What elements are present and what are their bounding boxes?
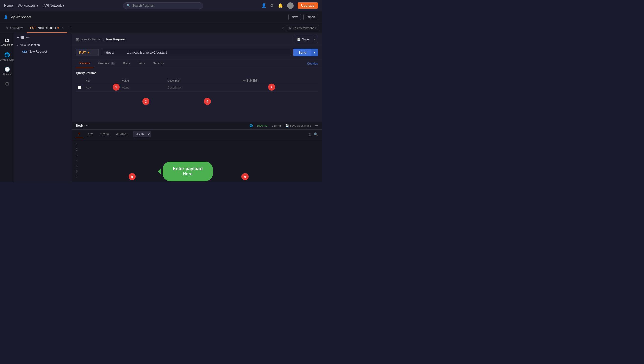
params-table: Key Value Description ••• Bulk Edit Key …: [76, 77, 318, 92]
home-link[interactable]: Home: [4, 4, 13, 7]
tab-settings[interactable]: Settings: [149, 59, 167, 68]
tabs-right: ▾ ⊘ No environment ▾: [282, 25, 319, 31]
resp-tab-visualize[interactable]: Visualize: [113, 131, 130, 137]
import-button[interactable]: Import: [303, 14, 318, 20]
tab-body[interactable]: Body: [119, 59, 133, 68]
workspace-name: My Workspace: [10, 15, 286, 19]
collections-icon: 🗂: [5, 38, 9, 43]
environments-icon: 🌐: [4, 52, 10, 58]
method-chevron-icon: ▾: [87, 51, 89, 54]
params-title: Query Params: [76, 71, 318, 75]
annotation-6: 6: [242, 173, 249, 180]
response-glob-icon: 🌐: [249, 124, 253, 127]
search-resp-icon[interactable]: 🔍: [314, 132, 318, 136]
invite-icon[interactable]: 👤: [261, 3, 266, 8]
tab-headers[interactable]: Headers 6: [94, 59, 118, 68]
save-as-icon: 💾: [285, 124, 289, 127]
tab-params[interactable]: Params: [76, 59, 93, 68]
table-row: Key Value Description: [76, 84, 318, 92]
more-options-icon[interactable]: •••: [315, 124, 318, 127]
sidebar-icons: 🗂 Collections 🌐 Environments 🕐 History ⊞: [0, 33, 14, 182]
content-area: ⊞ New Collection / New Request 💾 Save ▾ …: [72, 33, 322, 182]
overview-tab[interactable]: ⊕ Overview: [3, 23, 26, 33]
line-numbers: 1 2 3 4 5 6 7: [76, 142, 78, 180]
unsaved-indicator: [57, 27, 59, 29]
method-dropdown[interactable]: PUT ▾: [76, 49, 99, 56]
save-chevron-icon[interactable]: ▾: [312, 36, 318, 42]
user-icon: 👤: [4, 15, 8, 19]
annotation-2: 2: [268, 84, 275, 91]
annotation-3: 3: [142, 98, 149, 105]
send-chevron-button[interactable]: ▾: [311, 49, 318, 56]
collections-sidebar: + ☰ ••• ▾ New Collection GET New Request: [14, 33, 72, 182]
resp-tab-pretty[interactable]: P: [76, 131, 83, 137]
api-network-menu[interactable]: API Network ▾: [44, 4, 64, 7]
url-input[interactable]: [101, 49, 291, 56]
response-body-tabs: P Raw Preview Visualize JSON ⎘ 🔍: [72, 130, 322, 139]
resp-actions: ⎘ 🔍: [309, 132, 318, 136]
format-selector[interactable]: JSON: [133, 131, 151, 137]
cookies-link[interactable]: Cookies: [307, 62, 318, 65]
request-method-badge: PUT: [30, 26, 36, 30]
response-chevron-icon[interactable]: ▾: [86, 124, 88, 127]
sidebar-item-addons[interactable]: ⊞: [0, 79, 14, 89]
save-button[interactable]: 💾 Save: [294, 36, 312, 42]
annotation-4: 4: [204, 98, 211, 105]
workspace-bar: 👤 My Workspace New Import: [0, 11, 322, 23]
add-tab-button[interactable]: +: [68, 26, 74, 30]
desc-input-cell[interactable]: Description: [165, 84, 241, 92]
row-actions: [241, 84, 318, 92]
copy-icon[interactable]: ⎘: [309, 132, 311, 136]
plus-icon[interactable]: +: [17, 36, 19, 39]
addons-icon: ⊞: [5, 81, 9, 87]
request-list-item[interactable]: GET New Request: [14, 49, 72, 55]
params-section: Query Params Key Value Description ••• B…: [72, 68, 322, 122]
key-col-header: Key: [84, 77, 120, 84]
top-nav-left: Home Workspaces ▾ API Network ▾: [4, 4, 64, 7]
method-get-badge: GET: [22, 50, 27, 53]
settings-icon[interactable]: ⚙: [270, 3, 274, 8]
annotation-1: 1: [113, 84, 120, 91]
sidebar-item-history[interactable]: 🕐 History: [0, 64, 14, 78]
top-nav-right: 👤 ⚙ 🔔 Upgrade: [261, 2, 318, 9]
code-area[interactable]: 1 2 3 4 5 6 7 Enter payload Here: [72, 139, 322, 182]
resp-tab-raw[interactable]: Raw: [84, 131, 95, 137]
search-bar[interactable]: 🔍 Search Postman: [123, 2, 203, 9]
tab-close-icon[interactable]: ✕: [61, 26, 64, 30]
save-icon: 💾: [297, 38, 301, 41]
row-checkbox[interactable]: [76, 84, 84, 92]
no-environment-selector[interactable]: ⊘ No environment ▾: [286, 25, 319, 31]
sidebar-item-collections[interactable]: 🗂 Collections: [0, 35, 14, 49]
chevron-down-icon[interactable]: ▾: [282, 26, 284, 30]
collection-breadcrumb-icon: ⊞: [76, 37, 79, 42]
more-icon: •••: [243, 79, 246, 82]
bell-icon[interactable]: 🔔: [278, 3, 283, 8]
top-navigation: Home Workspaces ▾ API Network ▾ 🔍 Search…: [0, 0, 322, 11]
more-options-icon[interactable]: •••: [26, 36, 30, 39]
collections-header: + ☰ •••: [14, 33, 72, 42]
avatar[interactable]: [287, 2, 294, 9]
chevron-down-icon: ▾: [17, 44, 18, 47]
payload-tooltip: Enter payload Here: [163, 162, 213, 181]
search-center: 🔍 Search Postman: [69, 2, 256, 9]
resp-tab-preview[interactable]: Preview: [96, 131, 112, 137]
value-input-cell[interactable]: Value: [120, 84, 166, 92]
save-example-button[interactable]: 💾 Save as example: [285, 124, 311, 127]
collection-item[interactable]: ▾ New Collection: [14, 42, 72, 49]
upgrade-button[interactable]: Upgrade: [298, 2, 318, 9]
desc-col-header: Description: [165, 77, 241, 84]
request-tab[interactable]: PUT New Request ✕: [27, 23, 67, 33]
new-button[interactable]: New: [288, 14, 301, 20]
bulk-edit-button[interactable]: Bulk Edit: [246, 79, 258, 82]
history-icon: 🕐: [4, 67, 10, 72]
workspaces-menu[interactable]: Workspaces ▾: [18, 4, 38, 7]
send-button[interactable]: Send: [293, 49, 311, 56]
save-group: 💾 Save ▾: [294, 36, 318, 43]
filter-icon[interactable]: ☰: [21, 36, 24, 39]
tab-tests[interactable]: Tests: [134, 59, 148, 68]
value-col-header: Value: [120, 77, 166, 84]
coll-actions: •••: [26, 36, 30, 39]
annotation-5: 5: [129, 173, 136, 180]
request-tabs: Params Headers 6 Body Tests Settings Coo…: [72, 59, 322, 68]
sidebar-item-environments[interactable]: 🌐 Environments: [0, 50, 14, 64]
